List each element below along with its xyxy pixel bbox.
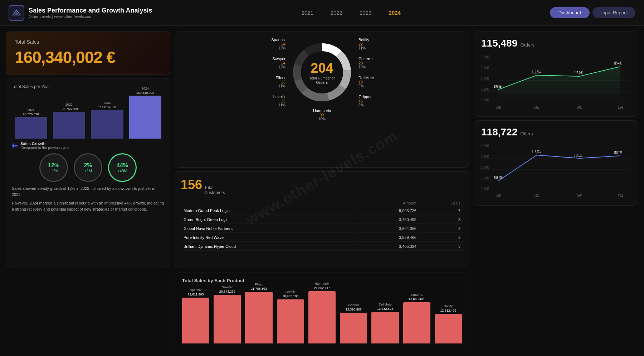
product-bar-gripper: Gripper 13,390,806 — [340, 303, 367, 343]
product-bar-sawyer: Sawyer 20,843,239 — [214, 285, 241, 343]
orders-chart-header: 115,489 Orders — [481, 38, 631, 49]
customers-label2: Customers — [204, 190, 225, 195]
customer-deals-2: 3 — [419, 225, 463, 233]
product-bar-hammerix: Hammerix 21,862,117 — [308, 282, 336, 343]
svg-text:115,489: 115,489 — [614, 61, 622, 65]
customer-name-3: Pure Infinity Red Wave — [181, 234, 352, 242]
tab-2022[interactable]: 2022 — [328, 8, 345, 17]
svg-text:116,000: 116,000 — [481, 66, 489, 70]
product-bar-boltify: Boltify 12,812,409 — [435, 304, 462, 343]
donut-sub2: Orders — [309, 81, 335, 85]
product-bar-spannix: Spannix 19,611,903 — [182, 288, 209, 343]
segment-sawyer: Sawyer 24 12% — [272, 57, 286, 69]
tab-2023[interactable]: 2023 — [357, 8, 374, 17]
donut-sub1: Total Number of — [309, 76, 335, 81]
bar-2024: 2024 160,340,002 — [129, 87, 162, 139]
customers-num: 156 — [181, 177, 202, 192]
product-bar-drillmate: DrillMate 13,432,524 — [371, 303, 399, 343]
growth-description1: Sales showed steady growth of 12% in 202… — [12, 186, 164, 197]
customers-header: 156 Total Customers — [181, 177, 463, 195]
dashboard-button[interactable]: Dashboard — [550, 7, 590, 18]
customer-deals-4: 3 — [419, 242, 463, 251]
segment-hammerix-bottom: Hammerix 33 16% — [181, 109, 463, 121]
customer-amount-4: 3,405,024 — [353, 242, 419, 251]
svg-text:112,000: 112,000 — [481, 88, 489, 92]
table-row: Modern Grand Peak Logic 9,003,726 7 — [181, 207, 463, 215]
svg-text:110,000: 110,000 — [481, 98, 489, 102]
segment-drillmate: DrillMate 19 9% — [358, 76, 374, 88]
product-bar-cutterra: Cutterra 17,663,431 — [403, 293, 430, 343]
product-bar-levelix: Levelix 18,935,180 — [277, 290, 304, 343]
svg-text:2021: 2021 — [496, 105, 502, 109]
segment-cutterra: Cutterra 20 10% — [358, 57, 373, 69]
offers-svg: 122,000 120,000 118,000 116,000 114,000 … — [481, 141, 631, 198]
customer-amount-1: 3,780,499 — [353, 216, 419, 224]
table-row: Brilliant Dynamic Hyper Cloud 3,405,024 … — [181, 242, 463, 251]
tab-2024[interactable]: 2024 — [386, 8, 404, 17]
growth-description2: However, 2024 marked a significant rebou… — [12, 200, 164, 212]
growth-circle-2023: 2% +2M — [74, 153, 102, 182]
customers-label1: Total — [204, 185, 225, 190]
bar-2022: 2022 108,753,359 — [53, 103, 86, 139]
bar-2021: 2021 96,776,538 — [15, 108, 47, 139]
segment-spannix: Spannix 24 12% — [271, 38, 286, 50]
donut-area: Spannix 24 12% Sawyer 24 12% Plierx 23 — [181, 38, 463, 121]
svg-text:120,000: 120,000 — [481, 155, 489, 159]
total-sales-value: 160,340,002 € — [15, 48, 161, 67]
customer-name-2: Global Nova Noble Partners — [181, 225, 352, 233]
customer-amount-3: 3,559,466 — [353, 234, 419, 242]
orders-chart-card: 115,489 Orders 118,000 116,000 — [474, 32, 638, 117]
offers-big-num: 118,722 — [481, 126, 517, 138]
svg-text:118,923: 118,923 — [532, 150, 541, 154]
customer-amount-2: 3,604,056 — [353, 225, 419, 233]
customer-name-1: Green Bright Green Logic — [181, 216, 352, 224]
logo-area: Sales Performance and Growth Analysis Ot… — [9, 5, 152, 21]
svg-text:118,722: 118,722 — [614, 150, 622, 155]
svg-text:118,000: 118,000 — [481, 166, 489, 170]
segment-boltify: Boltify 22 11% — [358, 38, 369, 50]
donut-card: Spannix 24 12% Sawyer 24 12% Plierx 23 — [175, 32, 469, 168]
app-title: Sales Performance and Growth Analysis — [29, 7, 152, 14]
growth-legend: Sales Growth Compared to the previous ye… — [12, 141, 164, 150]
svg-text:2024: 2024 — [618, 105, 623, 109]
app-subtitle: Other Levels | www.other-levels.com — [29, 14, 152, 19]
svg-text:108,094: 108,094 — [494, 84, 503, 88]
svg-text:112,445: 112,445 — [574, 71, 583, 75]
growth-circle-2024: 44% +49M — [108, 153, 137, 182]
tab-2021[interactable]: 2021 — [298, 8, 316, 17]
total-sales-card: Total Sales 160,340,002 € — [6, 32, 170, 74]
donut-center: 204 Total Number of Orders — [309, 61, 335, 85]
svg-text:2022: 2022 — [534, 194, 540, 198]
col-name — [181, 200, 352, 206]
right-panel: Spannix 24 12% Sawyer 24 12% Plierx 23 — [175, 32, 469, 268]
svg-text:2024: 2024 — [618, 194, 623, 198]
offers-chart-header: 118,722 Offers — [481, 126, 631, 138]
nav-buttons: Dashboard Input Report — [550, 7, 635, 18]
segment-plierx: Plierx 23 11% — [275, 76, 286, 88]
svg-text:2023: 2023 — [577, 194, 582, 198]
svg-text:118,000: 118,000 — [481, 56, 489, 59]
svg-text:2023: 2023 — [577, 105, 582, 109]
input-report-button[interactable]: Input Report — [592, 7, 635, 18]
offers-label: Offers — [520, 131, 533, 136]
col-amount: Amount — [353, 200, 419, 206]
main-grid: Total Sales 160,340,002 € Total Sales pe… — [0, 26, 644, 356]
table-row: Green Bright Green Logic 3,780,499 3 — [181, 216, 463, 224]
logo-icon — [9, 5, 24, 21]
table-row: Global Nova Noble Partners 3,604,056 3 — [181, 225, 463, 233]
customer-name-0: Modern Grand Peak Logic — [181, 207, 352, 215]
customers-table: Amount Deals Modern Grand Peak Logic 9,0… — [181, 199, 463, 251]
donut-num: 204 — [309, 61, 335, 76]
customer-amount-0: 9,003,726 — [353, 207, 419, 215]
svg-text:122,000: 122,000 — [481, 144, 489, 148]
center-panel: 115,489 Orders 118,000 116,000 — [474, 32, 638, 206]
customer-deals-0: 7 — [419, 207, 463, 215]
svg-text:114,000: 114,000 — [481, 77, 489, 81]
sales-per-year-card: Total Sales per Year 2021 96,776,538 202… — [6, 78, 170, 268]
customers-card: 156 Total Customers Amount Deals — [175, 171, 469, 268]
bar-2023: 2023 111,014,328 — [91, 101, 123, 139]
svg-text:114,000: 114,000 — [481, 187, 489, 191]
orders-label: Orders — [520, 42, 535, 48]
segment-gripper: Gripper 16 8% — [358, 95, 372, 107]
logo-text: Sales Performance and Growth Analysis Ot… — [29, 7, 152, 19]
